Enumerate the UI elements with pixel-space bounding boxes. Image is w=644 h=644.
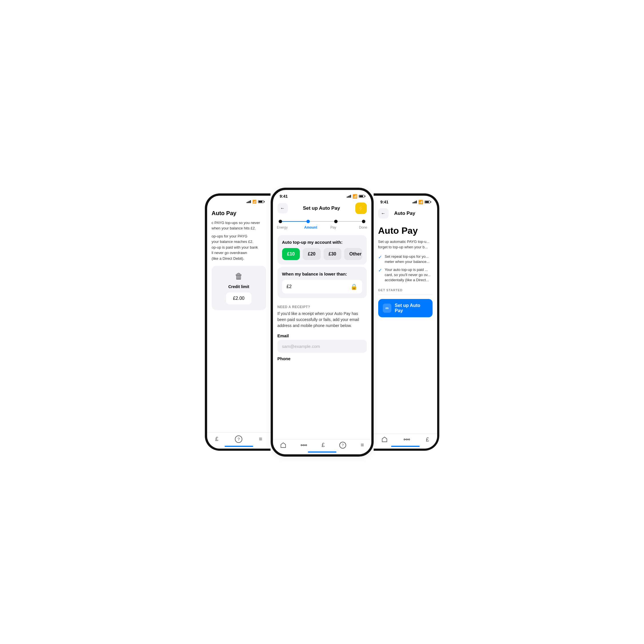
check-text-1: Set repeat top-ups for yo...meter when y… bbox=[385, 254, 430, 264]
nav-usage-right[interactable] bbox=[404, 437, 410, 441]
check-item-2: ✓ Your auto top-up is paid ...card, so y… bbox=[378, 267, 433, 283]
svg-point-7 bbox=[409, 439, 410, 440]
setup-auto-pay-button[interactable]: ∞ Set up Auto Pay bbox=[378, 299, 433, 317]
step-line-2 bbox=[338, 221, 362, 222]
email-input[interactable]: sam@example.com bbox=[278, 340, 367, 353]
nav-title-right: Auto Pay bbox=[394, 211, 415, 216]
back-button-center[interactable]: ← bbox=[278, 203, 288, 213]
phone-right: 9:41 📶 ← Auto Pay Auto Pay Set up bbox=[374, 193, 439, 451]
check-mark-1: ✓ bbox=[378, 254, 382, 264]
lightning-button[interactable]: ⚡ bbox=[355, 203, 367, 214]
screenshot-container: 📶 Auto Pay c PAYG top-ups so you neverwh… bbox=[171, 171, 474, 474]
step-label-energy: Energy bbox=[277, 225, 300, 229]
topup-card-title: Auto top-up my account with: bbox=[282, 240, 362, 245]
nav-item-pound-left[interactable]: £ bbox=[215, 436, 218, 442]
stepper-labels: Energy Amount Pay Done bbox=[273, 224, 371, 233]
check-item-1: ✓ Set repeat top-ups for yo...meter when… bbox=[378, 254, 433, 264]
nav-pound-center[interactable]: £ bbox=[322, 442, 325, 448]
step-dot-0 bbox=[279, 220, 282, 223]
nav-menu-center[interactable]: ≡ bbox=[361, 442, 364, 448]
nav-home-right[interactable] bbox=[381, 436, 388, 443]
step-line-1 bbox=[310, 221, 334, 222]
nav-pound-right[interactable]: £ bbox=[426, 436, 429, 443]
balance-value: £2 bbox=[287, 284, 292, 289]
balance-threshold-card: When my balance is lower than: £2 🔒 bbox=[278, 267, 367, 298]
right-desc: Set up automatic PAYG top-u...forget to … bbox=[378, 239, 433, 250]
phone-left: 📶 Auto Pay c PAYG top-ups so you neverwh… bbox=[205, 193, 271, 451]
bottom-nav-right: £ bbox=[374, 434, 437, 449]
step-label-amount: Amount bbox=[300, 225, 322, 229]
step-label-pay: Pay bbox=[322, 225, 345, 229]
back-button-right[interactable]: ← bbox=[378, 208, 389, 219]
status-bar-center: 9:41 📶 bbox=[273, 190, 371, 200]
lock-icon: 🔒 bbox=[350, 283, 358, 290]
infinity-icon: ∞ bbox=[383, 304, 391, 313]
status-bar-right: 9:41 📶 bbox=[374, 196, 437, 206]
step-label-done: Done bbox=[345, 225, 367, 229]
status-bar-left: 📶 bbox=[207, 196, 271, 205]
nav-usage-center[interactable] bbox=[301, 443, 307, 447]
receipt-label: NEED A RECEIPT? bbox=[278, 305, 367, 309]
svg-point-5 bbox=[404, 439, 405, 440]
nav-item-help-left[interactable]: ? bbox=[235, 435, 242, 443]
trash-icon: 🗑 bbox=[235, 272, 243, 281]
right-heading: Auto Pay bbox=[378, 225, 433, 236]
time-center: 9:41 bbox=[280, 194, 288, 199]
balance-row: £2 🔒 bbox=[282, 280, 362, 294]
bottom-bar-left bbox=[225, 446, 253, 447]
svg-point-1 bbox=[303, 444, 304, 445]
check-mark-2: ✓ bbox=[378, 267, 382, 283]
receipt-section: NEED A RECEIPT? If you'd like a receipt … bbox=[273, 300, 371, 367]
setup-btn-label: Set up Auto Pay bbox=[395, 303, 428, 313]
credit-card: 🗑 Credit limit £2.00 bbox=[212, 266, 266, 310]
phone-center: 9:41 📶 ← Set up Auto Pay ⚡ bbox=[271, 188, 374, 457]
phone-label: Phone bbox=[278, 356, 367, 361]
step-dot-3 bbox=[362, 220, 365, 223]
bottom-bar-center bbox=[308, 451, 336, 453]
svg-point-0 bbox=[301, 444, 302, 445]
left-desc1: c PAYG top-ups so you neverwhen your bal… bbox=[212, 220, 266, 231]
left-desc2: op-ups for your PAYGyour balance reaches… bbox=[212, 233, 266, 261]
receipt-desc: If you'd like a receipt when your Auto P… bbox=[278, 311, 367, 329]
step-dot-2 bbox=[334, 220, 338, 223]
nav-help-center[interactable]: ? bbox=[339, 442, 346, 449]
get-started-label: GET STARTED bbox=[378, 288, 433, 292]
amount-btn-10[interactable]: £10 bbox=[282, 248, 300, 260]
progress-stepper bbox=[273, 216, 371, 224]
nav-home-center[interactable] bbox=[280, 442, 286, 448]
svg-point-6 bbox=[406, 439, 407, 440]
check-list: ✓ Set repeat top-ups for yo...meter when… bbox=[378, 254, 433, 283]
svg-point-2 bbox=[306, 444, 307, 445]
left-title: Auto Pay bbox=[212, 210, 266, 217]
check-text-2: Your auto top-up is paid ...card, so you… bbox=[385, 267, 431, 283]
nav-item-menu-left[interactable]: ≡ bbox=[259, 436, 262, 442]
step-line-0 bbox=[282, 221, 306, 222]
credit-value: £2.00 bbox=[226, 292, 251, 304]
amount-buttons: £10 £20 £30 Other bbox=[282, 248, 362, 260]
step-dot-1 bbox=[306, 220, 310, 223]
right-phone-content: Auto Pay Set up automatic PAYG top-u...f… bbox=[374, 221, 437, 322]
balance-card-title: When my balance is lower than: bbox=[282, 272, 362, 276]
left-phone-content: Auto Pay c PAYG top-ups so you neverwhen… bbox=[207, 205, 271, 315]
nav-header-right: ← Auto Pay bbox=[374, 206, 437, 221]
bottom-nav-center: £ ? ≡ bbox=[273, 439, 371, 454]
bottom-nav-left: £ ? ≡ bbox=[207, 432, 271, 449]
topup-amount-card: Auto top-up my account with: £10 £20 £30… bbox=[278, 235, 367, 265]
amount-btn-20[interactable]: £20 bbox=[303, 248, 321, 260]
amount-btn-other[interactable]: Other bbox=[344, 248, 362, 260]
credit-label: Credit limit bbox=[228, 284, 249, 289]
amount-btn-30[interactable]: £30 bbox=[324, 248, 342, 260]
bottom-bar-right bbox=[391, 446, 420, 447]
email-label: Email bbox=[278, 333, 367, 338]
nav-header-center: ← Set up Auto Pay ⚡ bbox=[273, 200, 371, 216]
nav-title-center: Set up Auto Pay bbox=[303, 205, 340, 211]
time-right: 9:41 bbox=[381, 200, 389, 204]
